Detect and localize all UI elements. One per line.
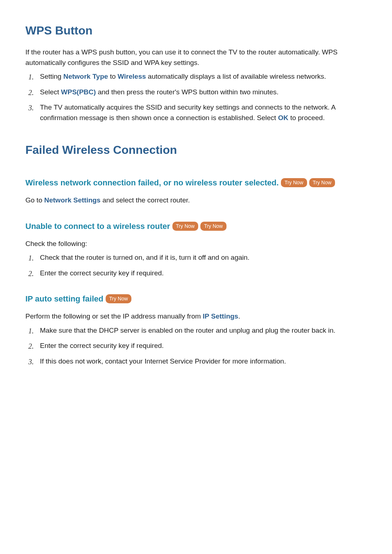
unable-connect-steps: 1. Check that the router is turned on, a… [25,253,367,278]
ip-auto-intro: Perform the following or set the IP addr… [25,311,367,322]
try-now-button[interactable]: Try Now [200,222,226,231]
try-now-button[interactable]: Try Now [106,294,132,303]
text: to proceed. [288,114,324,122]
text: Go to [25,196,44,204]
text: Select [40,88,61,96]
list-item: 2. Select WPS(PBC) and then press the ro… [25,87,367,98]
list-item: 2. Enter the correct security key if req… [25,341,367,351]
step-number: 2. [28,268,34,279]
list-item: 2. Enter the correct security key if req… [25,268,367,279]
ip-auto-section: IP auto setting failed Try Now Perform t… [25,293,367,366]
text: . [238,312,240,320]
text: to [108,73,118,80]
wps-intro: If the router has a WPS push button, you… [25,47,367,68]
unable-connect-section: Unable to connect to a wireless router T… [25,220,367,279]
text: automatically displays a list of availab… [146,73,326,80]
step-number: 3. [28,356,34,367]
step-number: 3. [28,102,34,113]
try-now-button[interactable]: Try Now [281,178,307,187]
subheading-text: Unable to connect to a wireless router [25,220,170,232]
text: Check that the router is turned on, and … [40,254,249,261]
wireless-failed-section: Wireless network connection failed, or n… [25,177,367,206]
text: and then press the router's WPS button w… [96,88,278,96]
try-now-button[interactable]: Try Now [172,222,199,231]
text: Enter the correct security key if requir… [40,269,164,277]
subheading-text: Wireless network connection failed, or n… [25,177,279,189]
text: Make sure that the DHCP server is enable… [40,327,335,334]
subheading-text: IP auto setting failed [25,293,103,305]
list-item: 3. If this does not work, contact your I… [25,356,367,367]
wps-steps: 1. Setting Network Type to Wireless auto… [25,71,367,123]
list-item: 3. The TV automatically acquires the SSI… [25,102,367,123]
text: and select the correct router. [101,196,190,204]
network-settings-link[interactable]: Network Settings [44,196,101,204]
ip-settings-link[interactable]: IP Settings [203,312,238,320]
text: Enter the correct security key if requir… [40,342,164,349]
wps-pbc-link[interactable]: WPS(PBC) [61,88,96,96]
wireless-failed-subheading: Wireless network connection failed, or n… [25,177,367,189]
ok-link[interactable]: OK [278,114,289,122]
wireless-failed-body: Go to Network Settings and select the co… [25,195,367,206]
try-now-button[interactable]: Try Now [309,178,335,187]
text: Perform the following or set the IP addr… [25,312,203,320]
failed-wireless-heading: Failed Wireless Connection [25,141,367,159]
list-item: 1. Setting Network Type to Wireless auto… [25,71,367,82]
step-number: 1. [28,253,34,263]
text: If this does not work, contact your Inte… [40,357,286,365]
ip-auto-steps: 1. Make sure that the DHCP server is ena… [25,325,367,367]
wps-section: WPS Button If the router has a WPS push … [25,22,367,123]
wireless-link[interactable]: Wireless [118,73,146,80]
unable-connect-subheading: Unable to connect to a wireless router T… [25,220,367,232]
step-number: 2. [28,341,34,352]
step-number: 1. [28,71,34,82]
list-item: 1. Make sure that the DHCP server is ena… [25,325,367,336]
network-type-link[interactable]: Network Type [63,73,108,80]
text: Setting [40,73,63,80]
list-item: 1. Check that the router is turned on, a… [25,253,367,263]
ip-auto-subheading: IP auto setting failed Try Now [25,293,367,305]
step-number: 1. [28,325,34,336]
step-number: 2. [28,87,34,98]
unable-connect-intro: Check the following: [25,239,367,249]
wps-heading: WPS Button [25,22,367,39]
